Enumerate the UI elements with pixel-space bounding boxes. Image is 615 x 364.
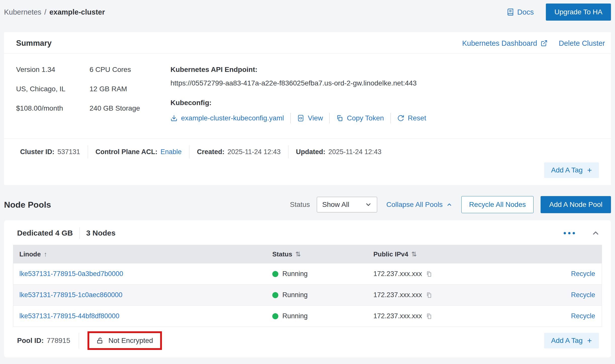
api-endpoint-url: https://05572799-aa83-417a-a22e-f836025e… (170, 79, 605, 87)
linode-column-label: Linode (19, 250, 41, 258)
recycle-node-link[interactable]: Recycle (571, 312, 595, 320)
column-header-public-ipv4[interactable]: Public IPv4 ⇅ (373, 250, 494, 258)
external-link-icon (541, 40, 548, 47)
nodes-table: Linode ↑ Status ⇅ Public IPv4 ⇅ lke53713… (13, 245, 602, 327)
table-row: lke537131-778915-1c0aec860000 Running 17… (13, 284, 602, 305)
copy-ip-icon[interactable] (426, 313, 432, 320)
pool-menu-button[interactable]: ••• (563, 231, 577, 236)
status-filter-label: Status (290, 201, 310, 209)
acl-label: Control Plane ACL: (96, 148, 158, 156)
pool-footer: Pool ID: 778915 Not Encrypted Add A Tag … (4, 327, 611, 356)
reset-kubeconfig-button[interactable]: Reset (397, 114, 426, 122)
copy-icon (336, 115, 343, 122)
node-pool-card: Dedicated 4 GB 3 Nodes ••• Linode ↑ Stat… (4, 220, 611, 357)
divider (288, 145, 288, 158)
nodes-table-header: Linode ↑ Status ⇅ Public IPv4 ⇅ (13, 245, 602, 263)
summary-header-links: Kubernetes Dashboard Delete Cluster (462, 39, 605, 48)
cluster-price: $108.00/month (16, 104, 90, 112)
summary-endpoint-column: Kubernetes API Endpoint: https://0557279… (170, 66, 605, 123)
kubernetes-dashboard-label: Kubernetes Dashboard (462, 39, 537, 48)
divider (390, 113, 391, 123)
summary-body: Version 1.34 US, Chicago, IL $108.00/mon… (4, 54, 611, 139)
acl-enable-link[interactable]: Enable (160, 148, 182, 156)
collapse-all-pools-label: Collapse All Pools (386, 201, 443, 209)
top-bar: Kubernetes / example-cluster Docs Upgrad… (0, 0, 615, 24)
not-encrypted-annotation: Not Encrypted (87, 331, 162, 350)
node-link[interactable]: lke537131-778915-1c0aec860000 (19, 291, 122, 299)
status-dot-running (272, 313, 278, 319)
cluster-id-label: Cluster ID: (20, 148, 55, 156)
pool-header: Dedicated 4 GB 3 Nodes ••• (4, 220, 611, 245)
node-public-ip: 172.237.xxx.xxx (373, 291, 422, 299)
cluster-version: Version 1.34 (16, 66, 90, 74)
node-public-ip: 172.237.xxx.xxx (373, 312, 422, 320)
status-filter-select[interactable]: Show All (317, 197, 377, 212)
docs-link[interactable]: Docs (507, 8, 534, 16)
cluster-id-value: 537131 (58, 148, 80, 156)
recycle-node-link[interactable]: Recycle (571, 270, 595, 278)
unlock-icon (96, 337, 104, 344)
node-pools-title: Node Pools (4, 200, 51, 210)
sort-both-icon: ⇅ (411, 250, 417, 258)
divider (189, 145, 189, 158)
plus-icon: + (587, 166, 592, 174)
node-status: Running (282, 291, 308, 299)
control-plane-acl-item: Control Plane ACL: Enable (96, 148, 182, 156)
sort-asc-icon: ↑ (44, 250, 47, 258)
recycle-node-link[interactable]: Recycle (571, 291, 595, 299)
reset-icon (397, 115, 404, 122)
summary-card: Summary Kubernetes Dashboard Delete Clus… (4, 32, 611, 185)
recycle-all-nodes-button[interactable]: Recycle All Nodes (461, 196, 534, 213)
reset-label: Reset (408, 114, 426, 122)
summary-title: Summary (16, 39, 52, 48)
upgrade-to-ha-button[interactable]: Upgrade To HA (546, 4, 611, 21)
node-pools-controls: Status Show All Collapse All Pools Recyc… (290, 196, 611, 213)
public-ipv4-column-label: Public IPv4 (373, 250, 408, 258)
pool-id-value: 778915 (47, 337, 70, 345)
view-kubeconfig-button[interactable]: View (297, 114, 323, 122)
node-link[interactable]: lke537131-778915-44bf8df80000 (19, 312, 119, 320)
add-node-pool-button[interactable]: Add A Node Pool (541, 196, 611, 213)
kubeconfig-label: Kubeconfig: (170, 99, 605, 107)
summary-tag-row: Add A Tag + (4, 158, 611, 185)
cluster-region: US, Chicago, IL (16, 85, 90, 93)
kubeconfig-download-link[interactable]: example-cluster-kubeconfig.yaml (170, 114, 284, 122)
pool-id-label: Pool ID: (17, 337, 44, 345)
kubernetes-dashboard-link[interactable]: Kubernetes Dashboard (462, 39, 548, 48)
kubeconfig-actions: example-cluster-kubeconfig.yaml View (170, 113, 605, 123)
summary-specs-column-2: 6 CPU Cores 12 GB RAM 240 GB Storage (90, 66, 170, 123)
add-tag-label: Add A Tag (551, 166, 583, 174)
created-value: 2025-11-24 12:43 (228, 148, 281, 156)
node-link[interactable]: lke537131-778915-0a3bed7b0000 (19, 270, 123, 278)
table-row: lke537131-778915-0a3bed7b0000 Running 17… (13, 263, 602, 284)
created-label: Created: (197, 148, 225, 156)
copy-ip-icon[interactable] (426, 292, 432, 298)
top-actions: Docs Upgrade To HA (507, 4, 611, 21)
view-label: View (308, 114, 323, 122)
pool-plan: Dedicated 4 GB (17, 229, 73, 237)
add-pool-tag-button[interactable]: Add A Tag + (544, 333, 599, 348)
cluster-ram: 12 GB RAM (90, 85, 170, 93)
pool-node-count: 3 Nodes (86, 229, 116, 237)
breadcrumb-cluster-name: example-cluster (49, 8, 105, 16)
chevron-up-icon (446, 202, 452, 208)
collapse-pool-chevron-up-icon[interactable] (591, 229, 600, 237)
delete-cluster-link[interactable]: Delete Cluster (559, 39, 605, 48)
docs-book-icon (507, 8, 514, 16)
breadcrumb-separator: / (44, 8, 46, 16)
breadcrumb-kubernetes-link[interactable]: Kubernetes (4, 8, 41, 16)
summary-specs-column-1: Version 1.34 US, Chicago, IL $108.00/mon… (16, 66, 90, 123)
download-icon (170, 115, 178, 122)
collapse-all-pools-link[interactable]: Collapse All Pools (386, 201, 452, 209)
divider (290, 113, 291, 123)
breadcrumb: Kubernetes / example-cluster (4, 8, 105, 16)
copy-ip-icon[interactable] (426, 271, 432, 277)
api-endpoint-label: Kubernetes API Endpoint: (170, 66, 605, 74)
kubeconfig-filename: example-cluster-kubeconfig.yaml (181, 114, 284, 122)
copy-token-button[interactable]: Copy Token (336, 114, 384, 122)
status-dot-running (272, 271, 278, 277)
column-header-status[interactable]: Status ⇅ (272, 250, 373, 258)
column-header-linode[interactable]: Linode ↑ (13, 250, 272, 258)
add-tag-button[interactable]: Add A Tag + (544, 162, 599, 178)
cluster-id-item: Cluster ID: 537131 (20, 148, 80, 156)
